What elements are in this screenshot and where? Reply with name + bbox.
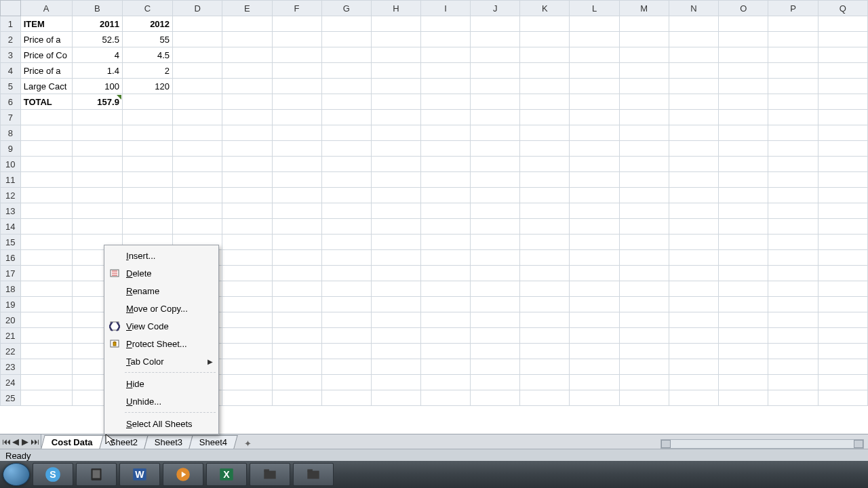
cell-O25[interactable]	[719, 390, 768, 406]
cell-J8[interactable]	[471, 125, 520, 141]
cell-Q19[interactable]	[818, 297, 867, 312]
cell-E9[interactable]	[222, 141, 272, 157]
cell-E6[interactable]	[222, 94, 272, 110]
cell-A7[interactable]	[20, 110, 72, 125]
cell-H3[interactable]	[371, 47, 420, 63]
cell-P10[interactable]	[768, 157, 818, 172]
cell-D2[interactable]	[173, 32, 222, 47]
taskbar-folder1[interactable]	[250, 463, 290, 486]
cell-O11[interactable]	[719, 172, 768, 188]
cell-J17[interactable]	[471, 266, 520, 281]
cell-N9[interactable]	[669, 141, 718, 157]
cell-D8[interactable]	[173, 125, 222, 141]
cell-F15[interactable]	[272, 235, 321, 250]
cell-O15[interactable]	[719, 235, 768, 250]
row-header-12[interactable]: 12	[1, 188, 21, 203]
cell-J23[interactable]	[471, 359, 520, 375]
cell-H15[interactable]	[371, 235, 420, 250]
cell-N1[interactable]	[669, 16, 718, 32]
cell-A23[interactable]	[20, 359, 72, 375]
cell-B12[interactable]	[72, 188, 122, 203]
cell-Q22[interactable]	[818, 344, 867, 359]
cell-G3[interactable]	[321, 47, 371, 63]
cell-F10[interactable]	[272, 157, 321, 172]
cell-L21[interactable]	[570, 328, 619, 344]
row-header-6[interactable]: 6	[1, 94, 21, 110]
cell-Q3[interactable]	[818, 47, 867, 63]
cell-K14[interactable]	[520, 219, 570, 235]
cell-E17[interactable]	[222, 266, 272, 281]
cell-K6[interactable]	[520, 94, 570, 110]
cell-K3[interactable]	[520, 47, 570, 63]
cell-M11[interactable]	[619, 172, 669, 188]
cell-Q21[interactable]	[818, 328, 867, 344]
cell-E24[interactable]	[222, 375, 272, 390]
cell-E2[interactable]	[222, 32, 272, 47]
col-header-E[interactable]: E	[222, 1, 272, 16]
cell-K21[interactable]	[520, 328, 570, 344]
taskbar-word[interactable]: W	[119, 463, 160, 486]
cell-H25[interactable]	[371, 390, 420, 406]
cell-I3[interactable]	[421, 47, 471, 63]
cell-D5[interactable]	[173, 79, 222, 94]
cell-I11[interactable]	[421, 172, 471, 188]
cell-F6[interactable]	[272, 94, 321, 110]
cell-Q10[interactable]	[818, 157, 867, 172]
cell-Q11[interactable]	[818, 172, 867, 188]
cell-F11[interactable]	[272, 172, 321, 188]
cell-P2[interactable]	[768, 32, 818, 47]
cell-L14[interactable]	[570, 219, 619, 235]
cell-A1[interactable]: ITEM	[20, 16, 72, 32]
col-header-M[interactable]: M	[619, 1, 669, 16]
cell-I19[interactable]	[421, 297, 471, 312]
cell-I10[interactable]	[421, 157, 471, 172]
cell-O7[interactable]	[719, 110, 768, 125]
cell-K1[interactable]	[520, 16, 570, 32]
cell-M9[interactable]	[619, 141, 669, 157]
cell-M25[interactable]	[619, 390, 669, 406]
cell-I5[interactable]	[421, 79, 471, 94]
cell-I13[interactable]	[421, 203, 471, 219]
cell-F12[interactable]	[272, 188, 321, 203]
cell-N17[interactable]	[669, 266, 718, 281]
cell-K4[interactable]	[520, 63, 570, 79]
cell-P7[interactable]	[768, 110, 818, 125]
cell-A19[interactable]	[20, 297, 72, 312]
cell-K11[interactable]	[520, 172, 570, 188]
cell-J15[interactable]	[471, 235, 520, 250]
cell-H11[interactable]	[371, 172, 420, 188]
taskbar-skype[interactable]: S	[33, 463, 73, 486]
cell-D4[interactable]	[173, 63, 222, 79]
cell-F16[interactable]	[272, 250, 321, 266]
cell-J4[interactable]	[471, 63, 520, 79]
cell-H8[interactable]	[371, 125, 420, 141]
cell-N2[interactable]	[669, 32, 718, 47]
cell-A11[interactable]	[20, 172, 72, 188]
cell-F22[interactable]	[272, 344, 321, 359]
cell-A16[interactable]	[20, 250, 72, 266]
cell-L4[interactable]	[570, 63, 619, 79]
cell-Q14[interactable]	[818, 219, 867, 235]
cell-E3[interactable]	[222, 47, 272, 63]
cell-O9[interactable]	[719, 141, 768, 157]
cell-A12[interactable]	[20, 188, 72, 203]
cell-L12[interactable]	[570, 188, 619, 203]
row-header-18[interactable]: 18	[1, 281, 21, 297]
cell-L25[interactable]	[570, 390, 619, 406]
cell-I4[interactable]	[421, 63, 471, 79]
cell-O14[interactable]	[719, 219, 768, 235]
cell-B9[interactable]	[72, 141, 122, 157]
cell-K22[interactable]	[520, 344, 570, 359]
cell-M14[interactable]	[619, 219, 669, 235]
cell-H10[interactable]	[371, 157, 420, 172]
cell-Q12[interactable]	[818, 188, 867, 203]
tab-nav-last[interactable]: ⏭	[30, 436, 39, 447]
row-header-22[interactable]: 22	[1, 344, 21, 359]
cell-G10[interactable]	[321, 157, 371, 172]
cell-I24[interactable]	[421, 375, 471, 390]
cell-O22[interactable]	[719, 344, 768, 359]
cell-H4[interactable]	[371, 63, 420, 79]
cell-D14[interactable]	[173, 219, 222, 235]
cell-G22[interactable]	[321, 344, 371, 359]
row-header-24[interactable]: 24	[1, 375, 21, 390]
